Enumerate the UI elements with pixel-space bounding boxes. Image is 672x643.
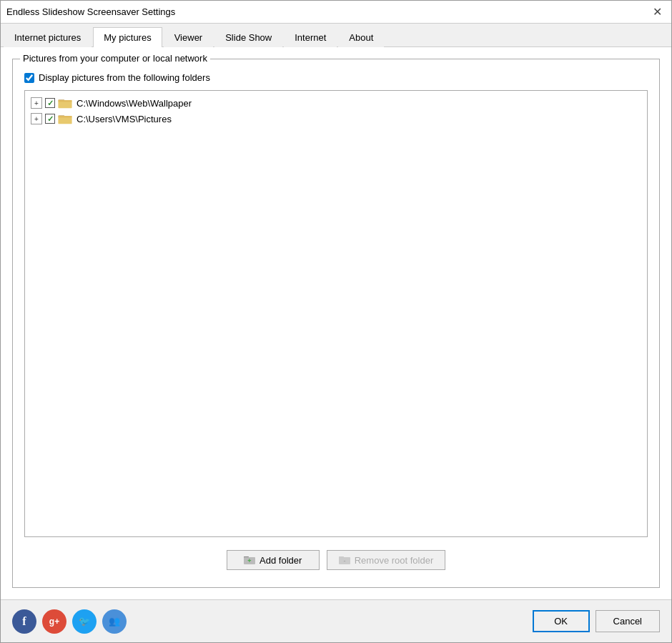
- tab-internet-pictures[interactable]: Internet pictures: [4, 27, 92, 47]
- pictures-group-box: Pictures from your computer or local net…: [12, 59, 660, 588]
- checkbox-pictures[interactable]: [45, 114, 55, 124]
- group-box-legend: Pictures from your computer or local net…: [20, 53, 210, 64]
- remove-root-folder-button[interactable]: - Remove root folder: [327, 550, 446, 570]
- bottom-bar: f g+ 🐦 👥 OK Cancel: [1, 599, 671, 642]
- main-window: Endless Slideshow Screensaver Settings ✕…: [0, 0, 672, 643]
- tree-label-pictures: C:\Users\VMS\Pictures: [76, 114, 172, 124]
- add-folder-icon: +: [244, 554, 255, 566]
- tab-viewer[interactable]: Viewer: [164, 27, 214, 47]
- tree-label-wallpaper: C:\Windows\Web\Wallpaper: [76, 98, 192, 109]
- folder-icon-wallpaper: [58, 97, 72, 109]
- expand-wallpaper[interactable]: +: [31, 97, 42, 109]
- window-title: Endless Slideshow Screensaver Settings: [6, 6, 175, 17]
- svg-text:-: -: [343, 557, 345, 564]
- expand-pictures[interactable]: +: [31, 113, 42, 124]
- twitter-icon[interactable]: 🐦: [72, 609, 97, 634]
- svg-rect-5: [58, 116, 71, 117]
- title-bar: Endless Slideshow Screensaver Settings ✕: [1, 1, 671, 24]
- close-button[interactable]: ✕: [648, 4, 666, 21]
- folder-buttons-row: + Add folder - Remove root folder: [24, 544, 648, 576]
- facebook-icon[interactable]: f: [12, 609, 36, 634]
- add-folder-label: Add folder: [260, 555, 302, 566]
- tab-slide-show[interactable]: Slide Show: [214, 27, 282, 47]
- content-area: Pictures from your computer or local net…: [1, 47, 671, 599]
- remove-folder-icon: -: [339, 554, 350, 566]
- tab-internet[interactable]: Internet: [284, 27, 337, 47]
- social-icons-group: f g+ 🐦 👥: [12, 609, 127, 634]
- tree-item-wallpaper[interactable]: + C:\Windows\Web\Wallpaper: [29, 95, 643, 111]
- cancel-button[interactable]: Cancel: [596, 610, 660, 632]
- display-pictures-checkbox[interactable]: [24, 73, 34, 83]
- tab-about[interactable]: About: [338, 27, 384, 47]
- folder-icon-pictures: [58, 113, 72, 124]
- tree-item-pictures[interactable]: + C:\Users\VMS\Pictures: [29, 111, 643, 127]
- display-pictures-label: Display pictures from the following fold…: [39, 72, 210, 83]
- folder-tree[interactable]: + C:\Windows\Web\Wallpaper +: [24, 90, 648, 537]
- remove-root-folder-label: Remove root folder: [355, 555, 434, 566]
- svg-text:+: +: [247, 557, 251, 564]
- ok-button[interactable]: OK: [533, 610, 590, 632]
- display-checkbox-row: Display pictures from the following fold…: [24, 72, 648, 83]
- google-plus-icon[interactable]: g+: [42, 609, 66, 634]
- add-folder-button[interactable]: + Add folder: [227, 550, 320, 570]
- checkbox-wallpaper[interactable]: [45, 98, 55, 108]
- dialog-buttons: OK Cancel: [533, 610, 660, 632]
- community-icon[interactable]: 👥: [102, 609, 127, 634]
- tab-my-pictures[interactable]: My pictures: [93, 27, 162, 47]
- svg-rect-2: [58, 100, 71, 102]
- tab-bar: Internet pictures My pictures Viewer Sli…: [1, 24, 671, 47]
